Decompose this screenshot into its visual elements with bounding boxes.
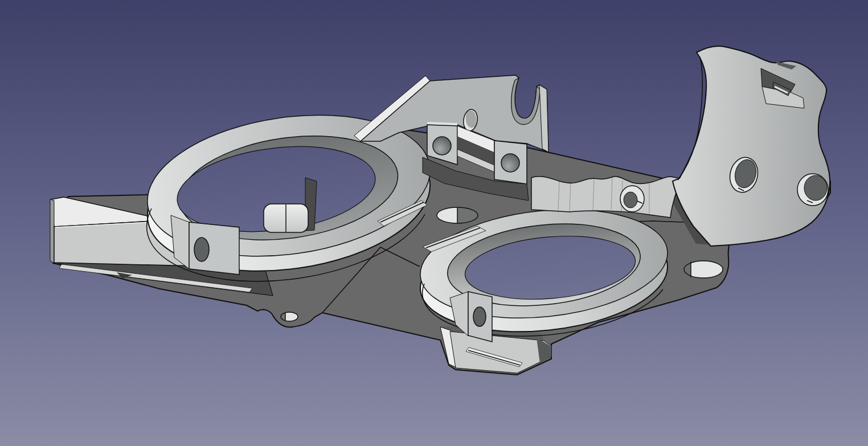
cad-window: Base plate (0, 0, 868, 446)
plate-bore-right[interactable] (684, 261, 723, 278)
left-belt-block-hole[interactable] (433, 137, 451, 155)
rail-end-cap[interactable] (50, 199, 54, 263)
right-clamp-bore[interactable] (473, 307, 486, 326)
plate-bore-center[interactable] (437, 207, 478, 223)
viewport-3d[interactable]: Base plate (0, 0, 868, 446)
right-belt-block-hole[interactable] (501, 154, 519, 172)
back-wall-counterbore[interactable] (620, 186, 644, 212)
left-clamp-bore[interactable] (194, 238, 209, 261)
plate-bore-small[interactable] (281, 312, 298, 321)
bracket-counterbore-right[interactable] (797, 174, 828, 206)
